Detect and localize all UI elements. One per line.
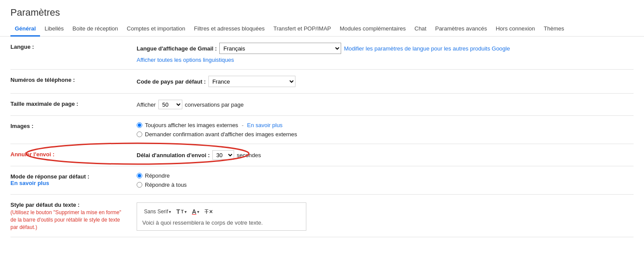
taille-suffix: conversations par page (185, 101, 244, 108)
images-content: Toujours afficher les images externes - … (137, 122, 634, 138)
nav-tabs: Général Libellés Boite de réception Comp… (0, 22, 644, 37)
mode-reponse-content: Répondre Répondre à tous (137, 172, 634, 188)
style-texte-sublabel: (Utilisez le bouton "Supprimer la mise e… (10, 209, 128, 231)
images-label: Images : (10, 122, 137, 129)
taille-prefix: Afficher (137, 101, 156, 108)
mode-reponse-label-container: Mode de réponse par défaut : En savoir p… (10, 172, 137, 186)
langue-all-link[interactable]: Afficher toutes les options linguistique… (137, 57, 234, 63)
remove-format-button[interactable]: T × (203, 207, 215, 216)
images-learn-more-link[interactable]: En savoir plus (247, 122, 283, 128)
mode-radio-repondre[interactable] (137, 173, 142, 178)
font-color-icon: A (192, 208, 196, 215)
annuler-select[interactable]: 5 10 20 30 (212, 150, 234, 160)
mode-option1: Répondre (145, 172, 170, 179)
mode-reponse-link[interactable]: En savoir plus (10, 180, 49, 186)
tab-filtres[interactable]: Filtres et adresses bloquées (190, 22, 269, 37)
annuler-content: Délai d'annulation d'envoi : 5 10 20 30 … (137, 150, 634, 160)
langue-content: Langue d'affichage de Gmail : Français M… (137, 43, 634, 63)
telephone-label: Numéros de téléphone : (10, 76, 137, 83)
langue-label: Langue : (10, 43, 137, 50)
setting-style-texte: Style par défaut du texte : (Utilisez le… (10, 195, 634, 237)
telephone-select[interactable]: France (208, 76, 295, 87)
telephone-display-label: Code de pays par défaut : (137, 78, 206, 85)
tab-comptes[interactable]: Comptes et importation (122, 22, 189, 37)
images-option2: Demander confirmation avant d'afficher d… (145, 131, 297, 138)
annuler-label: Annuler l'envoi : (10, 150, 137, 158)
langue-change-link[interactable]: Modifier les paramètres de langue pour l… (344, 45, 510, 52)
page-title: Paramètres (0, 0, 644, 22)
langue-display-label: Langue d'affichage de Gmail : (137, 45, 217, 52)
annuler-suffix: secondes (237, 152, 261, 158)
tab-chat[interactable]: Chat (410, 22, 431, 37)
setting-mode-reponse: Mode de réponse par défaut : En savoir p… (10, 166, 634, 195)
font-select-button[interactable]: Sans Serif ▾ (142, 208, 173, 215)
tab-modules[interactable]: Modules complémentaires (335, 22, 410, 37)
mode-option2: Répondre à tous (145, 182, 187, 188)
taille-label: Taille maximale de page : (10, 100, 137, 107)
font-color-button[interactable]: A ▾ (190, 207, 201, 216)
setting-langue: Langue : Langue d'affichage de Gmail : F… (10, 37, 634, 70)
setting-annuler: Annuler l'envoi : Délai d'annulation d'e… (10, 144, 634, 166)
annuler-display-label: Délai d'annulation d'envoi : (137, 152, 210, 158)
setting-telephone: Numéros de téléphone : Code de pays par … (10, 70, 634, 94)
tab-params-avances[interactable]: Paramètres avancés (431, 22, 491, 37)
telephone-content: Code de pays par défaut : France (137, 76, 634, 87)
font-dropdown-icon: ▾ (169, 209, 171, 214)
images-radio-confirm[interactable] (137, 131, 142, 137)
style-texte-content: Sans Serif ▾ TT ▾ A ▾ T × (137, 201, 634, 231)
setting-images: Images : Toujours afficher les images ex… (10, 116, 634, 144)
font-color-dropdown-icon: ▾ (197, 209, 199, 214)
settings-body: Langue : Langue d'affichage de Gmail : F… (0, 37, 644, 237)
images-radio-always[interactable] (137, 122, 142, 128)
tab-libelles[interactable]: Libellés (40, 22, 68, 37)
mode-radio-repondre-tous[interactable] (137, 182, 142, 188)
font-size-icon: T (176, 208, 180, 215)
font-size-button[interactable]: TT ▾ (174, 207, 188, 216)
images-option1: Toujours afficher les images externes (145, 122, 238, 128)
style-texte-label: Style par défaut du texte : (10, 202, 128, 208)
style-texte-box: Sans Serif ▾ TT ▾ A ▾ T × (137, 202, 306, 231)
font-name-label: Sans Serif (144, 209, 168, 215)
taille-content: Afficher 50 25 100 conversations par pag… (137, 100, 634, 109)
remove-format-icon: T (205, 208, 208, 215)
langue-select[interactable]: Français (219, 43, 341, 54)
font-size-dropdown-icon: ▾ (184, 209, 187, 214)
tab-transfert[interactable]: Transfert et POP/IMAP (269, 22, 335, 37)
tab-general[interactable]: Général (10, 22, 40, 37)
tab-boite[interactable]: Boite de réception (68, 22, 123, 37)
setting-taille: Taille maximale de page : Afficher 50 25… (10, 94, 634, 116)
tab-themes[interactable]: Thèmes (540, 22, 569, 37)
style-texte-preview: Voici à quoi ressemblera le corps de vot… (142, 219, 301, 226)
style-texte-label-container: Style par défaut du texte : (Utilisez le… (10, 201, 137, 231)
taille-select[interactable]: 50 25 100 (158, 100, 182, 109)
mode-reponse-label: Mode de réponse par défaut : (10, 173, 128, 180)
style-texte-toolbar: Sans Serif ▾ TT ▾ A ▾ T × (142, 207, 301, 216)
tab-hors-connexion[interactable]: Hors connexion (491, 22, 539, 37)
